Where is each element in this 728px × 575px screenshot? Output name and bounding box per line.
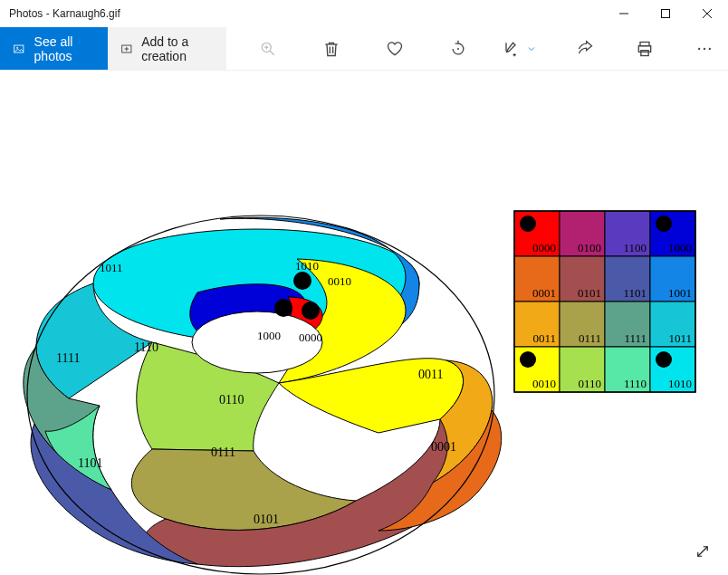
- kmap-cell-label: 0101: [578, 286, 601, 300]
- see-all-photos-button[interactable]: See all photos: [0, 27, 108, 70]
- zoom-fit-button[interactable]: [694, 542, 712, 561]
- svg-text:1000: 1000: [257, 329, 281, 342]
- window-title: Photos - Karnaugh6.gif: [9, 7, 603, 20]
- svg-point-21: [709, 47, 711, 49]
- maximize-button[interactable]: [645, 0, 686, 27]
- kmap-cell-label: 0111: [579, 331, 601, 345]
- minimize-button[interactable]: [603, 0, 645, 27]
- svg-text:1110: 1110: [134, 340, 158, 354]
- share-button[interactable]: [572, 36, 598, 62]
- image-canvas: 1011 1111 1110 1101 0101 0001 0011 0111 …: [16, 161, 714, 575]
- svg-text:1111: 1111: [56, 351, 80, 365]
- kmap-dot: [656, 351, 672, 368]
- svg-text:0011: 0011: [418, 368, 443, 381]
- kmap-cell-label: 1001: [668, 286, 692, 300]
- svg-point-20: [704, 47, 705, 49]
- svg-text:0101: 0101: [254, 513, 279, 526]
- svg-point-25: [274, 299, 292, 317]
- svg-rect-18: [641, 50, 648, 55]
- edit-icon: [502, 40, 520, 58]
- add-to-creation-label: Add to a creation: [141, 34, 214, 63]
- kmap-cell-label: 1000: [668, 241, 692, 254]
- svg-line-10: [270, 51, 274, 55]
- svg-point-24: [293, 272, 311, 290]
- zoom-in-button[interactable]: [255, 36, 281, 62]
- svg-point-15: [457, 48, 459, 50]
- kmap-cell-label: 0011: [532, 331, 556, 345]
- svg-text:0000: 0000: [299, 331, 322, 344]
- svg-point-26: [302, 302, 320, 320]
- svg-rect-1: [662, 10, 670, 18]
- svg-text:0111: 0111: [211, 446, 235, 459]
- svg-text:0110: 0110: [219, 393, 244, 407]
- karnaugh-grid: 0000010011001000000101011101100100110111…: [514, 211, 695, 392]
- svg-text:1011: 1011: [100, 261, 123, 274]
- kmap-cell-label: 0110: [578, 377, 601, 390]
- favorite-button[interactable]: [382, 36, 407, 62]
- kmap-cell-label: 1100: [623, 241, 647, 254]
- creation-icon: [120, 41, 133, 57]
- kmap-cell-label: 1101: [623, 286, 647, 300]
- more-button[interactable]: [692, 36, 717, 62]
- kmap-cell-label: 1111: [624, 331, 647, 345]
- kmap-dot: [520, 216, 536, 232]
- edit-button[interactable]: [498, 36, 538, 62]
- close-button[interactable]: [686, 0, 728, 27]
- chevron-down-icon: [525, 36, 538, 62]
- image-viewport[interactable]: 1011 1111 1110 1101 0101 0001 0011 0111 …: [0, 71, 728, 575]
- photo-icon: [13, 41, 25, 57]
- see-all-photos-label: See all photos: [34, 34, 95, 63]
- svg-text:1101: 1101: [78, 456, 102, 470]
- svg-text:0001: 0001: [431, 440, 456, 454]
- resize-icon: [694, 543, 711, 560]
- kmap-dot: [520, 351, 536, 368]
- delete-button[interactable]: [319, 36, 344, 62]
- svg-line-41: [698, 547, 708, 557]
- kmap-cell-label: 0000: [532, 241, 556, 254]
- svg-text:1010: 1010: [295, 259, 319, 273]
- kmap-cell-label: 1010: [668, 377, 692, 390]
- window-buttons: [603, 0, 728, 27]
- kmap-cell-label: 1110: [624, 377, 647, 390]
- window-titlebar: Photos - Karnaugh6.gif: [0, 0, 728, 27]
- svg-point-19: [698, 47, 700, 49]
- kmap-cell-label: 1011: [668, 331, 692, 345]
- add-to-creation-button[interactable]: Add to a creation: [108, 27, 227, 70]
- kmap-cell-label: 0010: [532, 377, 556, 390]
- toolbar: See all photos Add to a creation: [0, 27, 728, 71]
- svg-text:0010: 0010: [328, 274, 351, 288]
- kmap-dot: [656, 216, 672, 232]
- print-button[interactable]: [632, 36, 657, 62]
- kmap-cell-label: 0001: [532, 286, 556, 300]
- rotate-button[interactable]: [445, 36, 471, 62]
- torus-diagram: 1011 1111 1110 1101 0101 0001 0011 0111 …: [24, 216, 502, 574]
- kmap-cell-label: 0100: [578, 241, 601, 254]
